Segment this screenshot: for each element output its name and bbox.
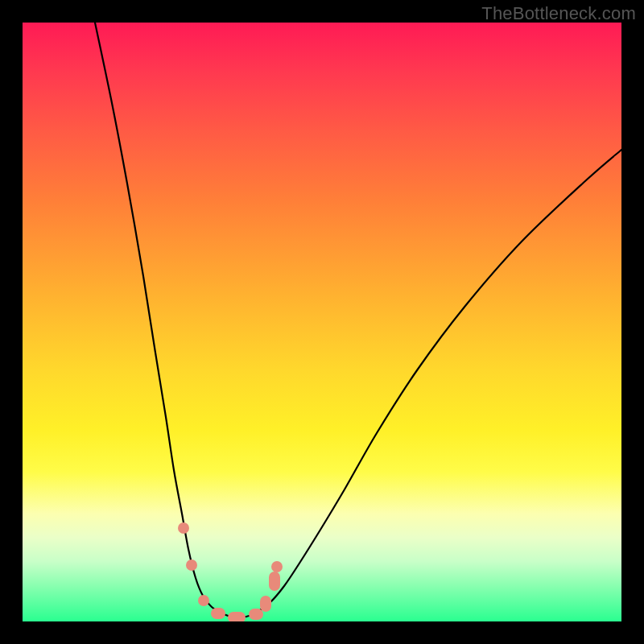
marker-left-mid: [186, 559, 197, 571]
marker-left-upper: [178, 522, 189, 534]
marker-bottom-3: [249, 609, 263, 620]
marker-bottom-2: [228, 612, 246, 621]
marker-right-upper: [269, 572, 280, 591]
marker-bottom-left: [198, 595, 209, 606]
marker-right-lower: [260, 596, 271, 612]
bottleneck-chart: [23, 23, 621, 621]
chart-frame: [23, 23, 621, 621]
bottleneck-curve: [95, 23, 621, 617]
marker-bottom-1: [211, 608, 225, 619]
marker-right-top: [271, 561, 283, 572]
watermark-text: TheBottleneck.com: [481, 3, 636, 24]
